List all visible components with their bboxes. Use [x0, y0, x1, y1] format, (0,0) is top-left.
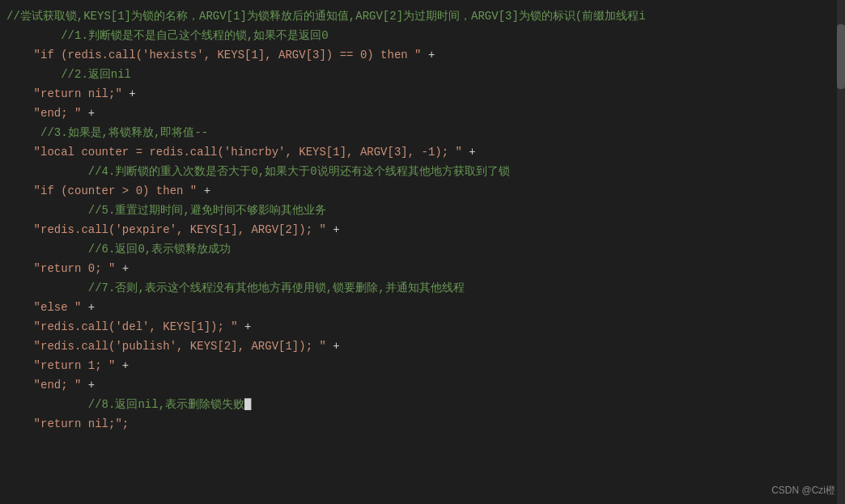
code-line: "end; " +: [0, 104, 845, 123]
scrollbar[interactable]: [837, 0, 845, 504]
code-line: "redis.call('del', KEYS[1]); " +: [0, 317, 845, 337]
watermark: CSDN @Czi橙: [771, 484, 835, 498]
code-line: "if (counter > 0) then " +: [0, 181, 845, 201]
scrollbar-thumb[interactable]: [837, 24, 845, 89]
code-line: "local counter = redis.call('hincrby', K…: [0, 142, 845, 162]
code-line: //4.判断锁的重入次数是否大于0,如果大于0说明还有这个线程其他地方获取到了锁: [0, 162, 845, 181]
code-line: "else " +: [0, 298, 845, 317]
code-editor: //尝试获取锁,KEYS[1]为锁的名称，ARGV[1]为锁释放后的通知值,AR…: [0, 0, 845, 504]
code-line: //5.重置过期时间,避免时间不够影响其他业务: [0, 201, 845, 220]
code-content: //尝试获取锁,KEYS[1]为锁的名称，ARGV[1]为锁释放后的通知值,AR…: [0, 6, 845, 434]
code-line: //6.返回0,表示锁释放成功: [0, 239, 845, 259]
code-line: //尝试获取锁,KEYS[1]为锁的名称，ARGV[1]为锁释放后的通知值,AR…: [0, 6, 845, 26]
code-line: "redis.call('publish', KEYS[2], ARGV[1])…: [0, 337, 845, 356]
code-line: //2.返回nil: [0, 65, 845, 84]
code-line: "return 0; " +: [0, 259, 845, 278]
code-line: "redis.call('pexpire', KEYS[1], ARGV[2])…: [0, 220, 845, 239]
code-line: "if (redis.call('hexists', KEYS[1], ARGV…: [0, 45, 845, 65]
code-line: "return nil;" +: [0, 84, 845, 104]
code-line: "return 1; " +: [0, 356, 845, 375]
code-line: "return nil;";: [0, 414, 845, 434]
code-line: //7.否则,表示这个线程没有其他地方再使用锁,锁要删除,并通知其他线程: [0, 278, 845, 298]
code-line: "end; " +: [0, 375, 845, 395]
code-line: //8.返回nil,表示删除锁失败█: [0, 395, 845, 414]
code-line: //1.判断锁是不是自己这个线程的锁,如果不是返回0: [0, 26, 845, 45]
code-line: //3.如果是,将锁释放,即将值--: [0, 123, 845, 142]
